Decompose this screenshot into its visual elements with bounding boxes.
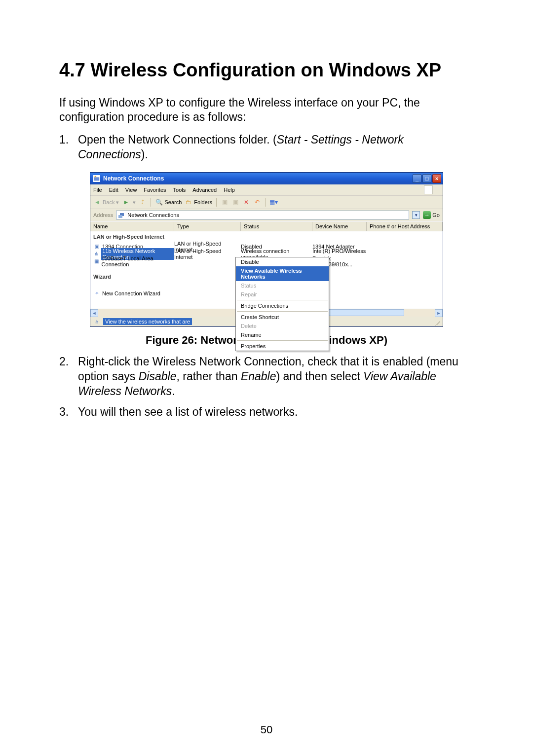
folders-icon: 🗀: [185, 198, 192, 206]
step-2-enable: Enable: [241, 370, 276, 383]
delete-icon[interactable]: ✕: [242, 198, 250, 206]
col-device[interactable]: Device Name: [312, 222, 367, 231]
lan-icon: ▣: [93, 258, 100, 264]
wizard-item: New Connection Wizard: [102, 290, 160, 296]
windows-logo-icon: [424, 185, 433, 194]
menu-file[interactable]: File: [93, 187, 102, 193]
views-icon[interactable]: ▦▾: [269, 198, 277, 206]
menu-favorites[interactable]: Favorites: [144, 187, 166, 193]
menu-help[interactable]: Help: [224, 187, 235, 193]
page-number: 50: [0, 723, 533, 736]
address-label: Address: [93, 212, 113, 218]
search-icon: 🔍: [155, 198, 163, 206]
row2-name: 100BaseT Local Area Connection: [102, 255, 174, 267]
address-dropdown-icon[interactable]: ▾: [412, 211, 420, 219]
minimize-button[interactable]: _: [413, 174, 421, 183]
svg-rect-2: [95, 176, 97, 178]
step-number: 2.: [59, 355, 78, 399]
step-3-text: You will then see a list of wireless net…: [78, 405, 298, 420]
address-input[interactable]: Network Connections: [116, 211, 409, 219]
section-lan: LAN or High-Speed Internet: [93, 234, 443, 240]
resize-grip-icon[interactable]: [432, 318, 440, 325]
step-2-disable: Disable: [139, 370, 177, 383]
cm-disable[interactable]: Disable: [236, 257, 329, 266]
back-icon: ◄: [93, 198, 101, 206]
scroll-right-icon[interactable]: ►: [435, 309, 443, 317]
svg-rect-4: [118, 215, 122, 218]
step-number: 1.: [59, 133, 78, 162]
col-status[interactable]: Status: [241, 222, 312, 231]
undo-icon[interactable]: ↶: [253, 198, 261, 206]
context-menu[interactable]: Disable View Available Wireless Networks…: [235, 257, 329, 351]
toolbar: ◄ Back ▾ ► ▾ ⤴ 🔍 Search 🗀 Folders ▣ ▣ ✕: [90, 196, 443, 209]
go-label: Go: [432, 212, 440, 218]
titlebar: Network Connections _ □ ×: [90, 173, 443, 184]
step-2-d: .: [172, 385, 175, 397]
step-3: 3. You will then see a list of wireless …: [59, 405, 474, 420]
address-value: Network Connections: [127, 212, 179, 218]
cm-separator: [237, 300, 328, 300]
list-body: LAN or High-Speed Internet ▣ 1394 Connec…: [90, 231, 443, 309]
column-headers[interactable]: Name Type Status Device Name Phone # or …: [90, 221, 443, 231]
status-icon: ⋔: [93, 319, 100, 324]
step-1: 1. Open the Network Connections folder. …: [59, 133, 474, 162]
title-text: Network Connections: [103, 175, 413, 182]
step-2-c: ) and then select: [276, 370, 363, 383]
row1-type: LAN or High-Speed Internet: [174, 248, 241, 260]
cm-status[interactable]: Status: [236, 281, 329, 290]
address-icon: [118, 212, 125, 218]
status-text: View the wireless networks that are: [103, 318, 192, 325]
search-button[interactable]: 🔍 Search: [155, 198, 182, 206]
col-type[interactable]: Type: [174, 222, 241, 231]
up-icon[interactable]: ⤴: [139, 198, 147, 206]
menu-view[interactable]: View: [125, 187, 137, 193]
cm-shortcut[interactable]: Create Shortcut: [236, 313, 329, 322]
cm-repair[interactable]: Repair: [236, 290, 329, 299]
scroll-left-icon[interactable]: ◄: [90, 309, 98, 317]
folders-button[interactable]: 🗀 Folders: [185, 198, 212, 206]
wizard-icon: ✧: [93, 290, 100, 296]
address-bar: Address Network Connections ▾ → Go: [90, 209, 443, 221]
menu-edit[interactable]: Edit: [109, 187, 118, 193]
cm-view-networks[interactable]: View Available Wireless Networks: [236, 266, 329, 281]
search-label: Search: [164, 199, 182, 205]
figure-screenshot: Network Connections _ □ × File Edit View…: [90, 172, 443, 327]
menubar[interactable]: File Edit View Favorites Tools Advanced …: [90, 184, 443, 196]
back-button[interactable]: ◄ Back ▾: [93, 198, 119, 206]
cm-bridge[interactable]: Bridge Connections: [236, 301, 329, 310]
forward-icon[interactable]: ►: [122, 198, 130, 206]
maximize-button[interactable]: □: [422, 174, 431, 183]
step-number: 3.: [59, 405, 78, 420]
step-1-text-b: ).: [141, 148, 148, 161]
cm-separator: [237, 311, 328, 312]
step-2-b: , rather than: [176, 370, 240, 383]
step-2: 2. Right-click the Wireless Network Conn…: [59, 355, 474, 399]
go-icon: →: [423, 211, 431, 219]
step-1-text-a: Open the Network Connections folder. (: [78, 133, 277, 146]
folders-label: Folders: [194, 199, 212, 205]
svg-rect-1: [94, 178, 100, 181]
close-button[interactable]: ×: [432, 174, 441, 183]
section-heading: 4.7 Wireless Configuration on Windows XP: [59, 59, 474, 82]
cm-properties[interactable]: Properties: [236, 342, 329, 351]
col-phone[interactable]: Phone # or Host Address: [367, 222, 443, 231]
cm-delete[interactable]: Delete: [236, 322, 329, 330]
menu-tools[interactable]: Tools: [173, 187, 186, 193]
xp-window: Network Connections _ □ × File Edit View…: [90, 172, 443, 327]
menu-advanced[interactable]: Advanced: [192, 187, 217, 193]
app-icon: [93, 175, 100, 182]
intro-paragraph: If using Windows XP to configure the Wir…: [59, 96, 474, 125]
cm-separator: [237, 340, 328, 341]
go-button[interactable]: → Go: [423, 211, 440, 219]
moveto-icon[interactable]: ▣: [221, 198, 228, 206]
col-name[interactable]: Name: [90, 222, 174, 231]
copyto-icon[interactable]: ▣: [231, 198, 239, 206]
cm-rename[interactable]: Rename: [236, 330, 329, 339]
scroll-thumb[interactable]: [320, 309, 404, 316]
back-label: Back: [103, 199, 114, 205]
